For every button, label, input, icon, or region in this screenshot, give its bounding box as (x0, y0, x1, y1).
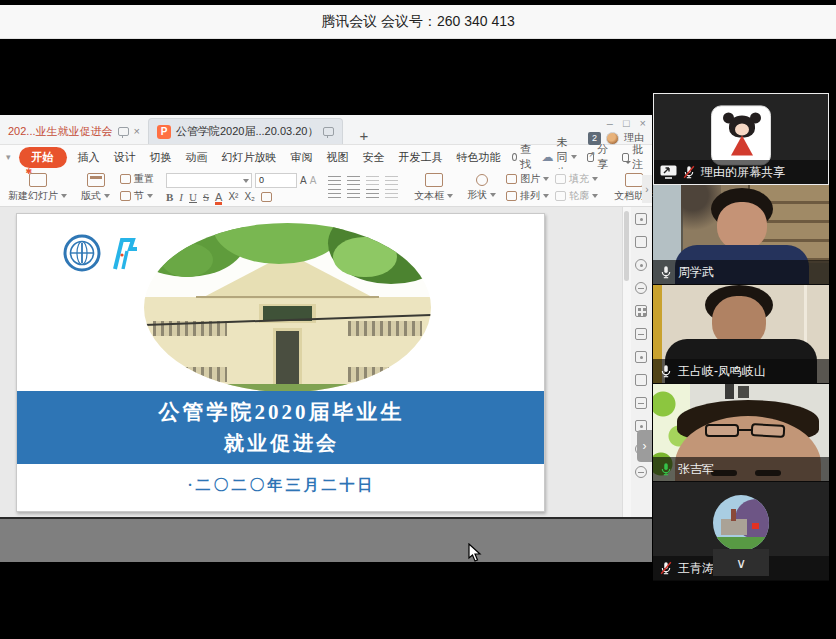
pin-icon[interactable] (323, 127, 334, 136)
strikethrough-button[interactable]: S (203, 191, 209, 203)
account-avatar[interactable] (606, 132, 619, 145)
menu-tab-animation[interactable]: 动画 (183, 148, 211, 167)
export-image-icon[interactable] (635, 374, 647, 386)
bullet-list-icon[interactable] (328, 176, 341, 186)
menu-tab-special[interactable]: 特色功能 (454, 148, 504, 167)
active-document-tab[interactable]: P 公管学院2020届...20.03.20） (148, 118, 343, 144)
mic-muted-icon (659, 561, 673, 575)
picture-button[interactable]: 图片 (506, 172, 549, 186)
textbox-label: 文本框 (414, 189, 444, 203)
fill-button[interactable]: 填充 (555, 172, 598, 186)
file-menu-chevron-icon[interactable]: ▾ (6, 152, 11, 162)
scrollbar-thumb[interactable] (624, 211, 629, 281)
chart-helper-icon[interactable] (635, 328, 647, 340)
window-bottom-band (0, 517, 652, 562)
participant-tile-screen-share[interactable]: 理由的屏幕共享 (653, 93, 829, 185)
meeting-id-text: 腾讯会议 会议号：260 340 413 (321, 13, 515, 31)
history-icon[interactable] (635, 466, 647, 478)
shapes-button[interactable]: 形状 (463, 171, 500, 204)
pin-icon[interactable] (118, 127, 129, 136)
subscript-button[interactable]: X₂ (244, 191, 255, 202)
font-color-button[interactable]: A (215, 191, 222, 203)
italic-button[interactable]: I (179, 191, 183, 203)
collapse-panel-button[interactable]: ∨ (713, 549, 769, 576)
ribbon-menu-bar: ▾ 开始 插入 设计 切换 动画 幻灯片放映 审阅 视图 安全 开发工具 特色功… (0, 145, 652, 169)
account-name[interactable]: 理由 (624, 131, 644, 145)
layout-label: 版式 (81, 189, 101, 203)
justify-icon[interactable] (385, 189, 398, 199)
ribbon-search[interactable]: 查找 (512, 142, 534, 172)
fill-icon (555, 174, 566, 184)
slide-title-banner: 公管学院2020届毕业生 就业促进会 (17, 391, 545, 464)
layout-button[interactable]: 版式 (77, 171, 114, 204)
menu-tab-transition[interactable]: 切换 (147, 148, 175, 167)
shapes-label: 形状 (467, 188, 487, 202)
chevron-down-icon (490, 193, 496, 197)
participant-tile-video[interactable]: 周学武 (653, 185, 829, 285)
participant-tile-video[interactable]: 张吉军 (653, 384, 829, 482)
background-document-tab[interactable]: 202...业生就业促进会 × (0, 118, 148, 144)
textbox-button[interactable]: 文本框 (410, 171, 457, 204)
participant-label: 理由的屏幕共享 (654, 160, 828, 184)
shapes-icon (476, 174, 488, 186)
numbered-list-icon[interactable] (347, 176, 360, 186)
wps-side-toolbar: › (622, 207, 652, 517)
reset-button[interactable]: 重置 (120, 172, 154, 186)
new-tab-button[interactable]: + (353, 127, 374, 144)
menu-tab-devtools[interactable]: 开发工具 (396, 148, 446, 167)
section-button[interactable]: 节 (120, 189, 154, 203)
college-logo (109, 236, 141, 272)
animation-pane-icon[interactable] (635, 213, 647, 225)
chevron-down-icon (147, 194, 153, 198)
minimize-button[interactable]: – (607, 117, 613, 129)
slide-layout-icon[interactable] (635, 305, 647, 317)
bold-button[interactable]: B (166, 191, 173, 203)
participant-label: 周学武 (653, 260, 829, 284)
font-family-combobox[interactable] (166, 173, 252, 188)
close-button[interactable]: × (640, 117, 646, 129)
participants-panel: 理由的屏幕共享 周学武 (653, 93, 829, 587)
align-right-icon[interactable] (366, 189, 379, 199)
chevron-down-icon (571, 155, 577, 159)
notification-badge[interactable]: 2 (588, 132, 601, 145)
maximize-button[interactable]: □ (623, 117, 630, 129)
avatar (711, 105, 771, 165)
comment-pane-icon[interactable] (635, 397, 647, 409)
menu-tab-review[interactable]: 审阅 (288, 148, 316, 167)
participant-tile-video[interactable]: 王占岐-凤鸣岐山 (653, 285, 829, 384)
side-panel-expander[interactable]: › (637, 430, 652, 462)
menu-tab-security[interactable]: 安全 (360, 148, 388, 167)
chevron-down-icon (592, 194, 598, 198)
menu-tab-design[interactable]: 设计 (111, 148, 139, 167)
clear-format-icon[interactable] (261, 192, 272, 202)
comment-button[interactable]: 批注 (622, 142, 647, 172)
new-slide-button[interactable]: 新建幻灯片 (4, 171, 71, 204)
close-tab-icon[interactable]: × (134, 125, 140, 137)
menu-tab-home[interactable]: 开始 (19, 147, 67, 168)
align-center-icon[interactable] (347, 189, 360, 199)
share-label: 分享 (597, 142, 611, 172)
menu-tab-insert[interactable]: 插入 (75, 148, 103, 167)
outline-button[interactable]: 轮廓 (555, 189, 598, 203)
decrease-indent-icon[interactable] (366, 176, 379, 186)
increase-font-button[interactable]: A (300, 175, 307, 186)
align-left-icon[interactable] (328, 189, 341, 199)
outline-icon (555, 191, 566, 201)
mouse-cursor (468, 543, 482, 563)
underline-button[interactable]: U (189, 191, 197, 203)
sticker-icon[interactable] (635, 259, 647, 271)
menu-tab-slideshow[interactable]: 幻灯片放映 (219, 148, 280, 167)
selection-pane-icon[interactable] (635, 236, 647, 248)
arrange-button[interactable]: 排列 (506, 189, 549, 203)
building-photo (144, 223, 431, 392)
share-button[interactable]: 分享 (587, 142, 612, 172)
toolbar-overflow-button[interactable]: › (642, 175, 652, 203)
superscript-button[interactable]: X² (228, 191, 238, 202)
decrease-font-button[interactable]: A (310, 175, 317, 186)
increase-indent-icon[interactable] (385, 176, 398, 186)
stamp-icon[interactable] (635, 282, 647, 294)
chevron-down-icon (592, 177, 598, 181)
menu-tab-view[interactable]: 视图 (324, 148, 352, 167)
clipart-icon[interactable] (635, 351, 647, 363)
font-size-combobox[interactable]: 0 (255, 173, 297, 188)
